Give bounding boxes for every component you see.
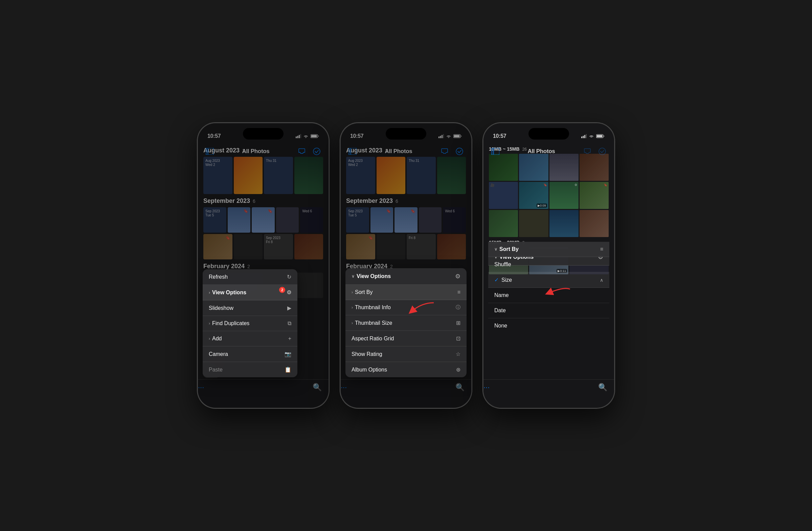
add-item[interactable]: › Add + xyxy=(203,331,298,347)
sort-by-section-3: ∨ Sort By ≡ Shuffle ✓ Size ∧ xyxy=(488,242,609,333)
size-chevron-up: ∧ xyxy=(600,277,603,283)
thumb-size-chevron: › xyxy=(351,321,353,325)
sort-chevron: › xyxy=(351,290,353,295)
filter-icon: ⚙ xyxy=(287,289,291,296)
sort-by-row[interactable]: › Sort By ≡ xyxy=(345,285,467,300)
album-options-row[interactable]: Album Options ⊛ xyxy=(345,362,467,377)
copy-icon: ⧉ xyxy=(288,320,291,326)
thumbnail-info-row[interactable]: › Thumbnail Info ⓘ xyxy=(345,300,467,315)
camera-item[interactable]: Camera 📷 xyxy=(203,347,298,362)
add-chevron: › xyxy=(209,336,210,341)
info-icon: ⓘ xyxy=(456,305,461,310)
view-options-chevron: › xyxy=(209,290,210,295)
sort-name[interactable]: Name xyxy=(488,288,609,303)
thumb-info-chevron: › xyxy=(351,305,353,310)
phone-1: 10:57 All Photos xyxy=(197,123,329,408)
sort-date[interactable]: Date xyxy=(488,303,609,318)
paste-icon: 📋 xyxy=(285,366,291,373)
phone-2-screen: 10:57 All Photos xyxy=(341,123,471,408)
panel-chevron-down: ∨ xyxy=(351,274,354,279)
view-options-badge: 2 xyxy=(279,287,285,293)
thumbnail-size-row[interactable]: › Thumbnail Size ⊞ xyxy=(345,315,467,331)
sort-lines-icon-3: ≡ xyxy=(600,246,603,252)
view-options-panel-2: ∨ View Options ⚙ › Sort By ≡ › Thumbnail xyxy=(345,268,467,377)
filter-sliders-icon: ⚙ xyxy=(455,273,461,280)
sort-none[interactable]: None xyxy=(488,318,609,333)
phone-3: 10:57 All Photos xyxy=(483,123,615,408)
slideshow-item[interactable]: Slideshow ▶ xyxy=(203,301,298,316)
play-icon: ▶ xyxy=(287,305,291,311)
duplicates-chevron: › xyxy=(209,321,210,326)
phone-2: 10:57 All Photos xyxy=(340,123,472,408)
size-checkmark: ✓ xyxy=(494,277,499,283)
find-duplicates-item[interactable]: › Find Duplicates ⧉ xyxy=(203,316,298,331)
show-rating-row[interactable]: Show Rating ☆ xyxy=(345,347,467,362)
album-icon: ⊛ xyxy=(456,366,461,373)
panel-header-2: ∨ View Options ⚙ xyxy=(345,268,467,285)
camera-icon: 📷 xyxy=(285,351,291,357)
grid-icon: ⊞ xyxy=(456,320,461,326)
refresh-item[interactable]: Refresh ↻ xyxy=(203,269,298,285)
phone-wrapper: 10:57 All Photos xyxy=(197,123,615,408)
sort-header-3: Sort By xyxy=(499,246,519,252)
sort-size[interactable]: ✓ Size ∧ xyxy=(488,272,609,288)
view-options-item[interactable]: › View Options ⚙ 2 xyxy=(203,285,298,301)
sort-shuffle[interactable]: Shuffle xyxy=(488,257,609,272)
context-menu-1: Refresh ↻ › View Options ⚙ 2 Slideshow ▶ xyxy=(203,269,298,377)
aspect-icon: ⊡ xyxy=(456,335,461,342)
plus-icon: + xyxy=(288,336,291,342)
panel-title: View Options xyxy=(357,273,391,279)
phone-1-screen: 10:57 All Photos xyxy=(198,123,329,408)
sort-lines-icon: ≡ xyxy=(458,289,461,295)
aspect-ratio-row[interactable]: Aspect Ratio Grid ⊡ xyxy=(345,331,467,347)
sort-chevron-3: ∨ xyxy=(494,247,497,252)
refresh-icon: ↻ xyxy=(287,274,291,280)
paste-item[interactable]: Paste 📋 xyxy=(203,362,298,377)
phone-3-screen: 10:57 All Photos xyxy=(483,123,614,408)
star-icon: ☆ xyxy=(456,351,461,357)
